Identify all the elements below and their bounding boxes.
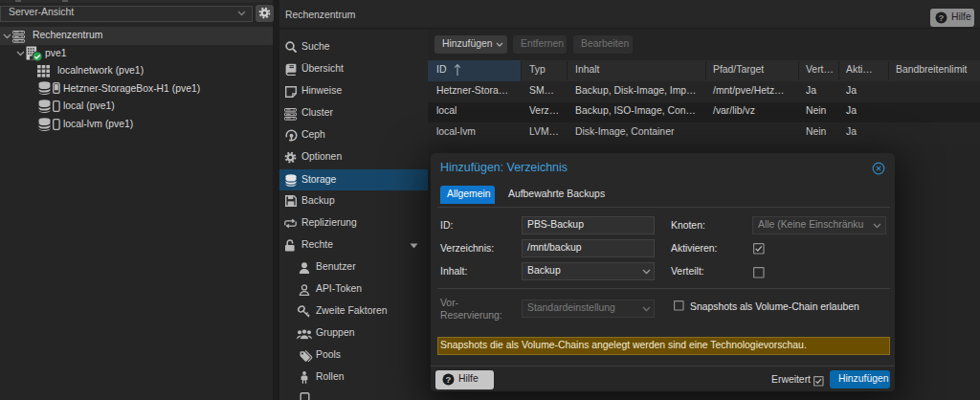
svg-text:?: ? [446,374,452,385]
svg-text:?: ? [939,12,945,23]
